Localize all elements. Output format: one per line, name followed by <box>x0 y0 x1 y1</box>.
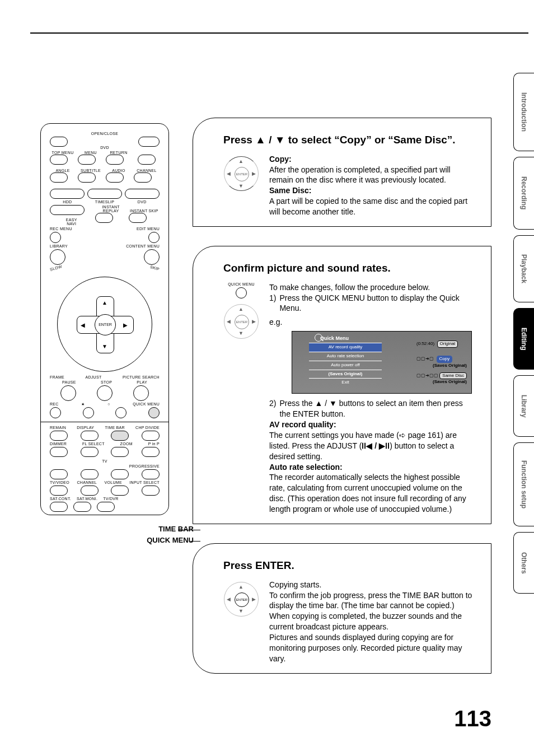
lbl-slow: SLOW <box>49 264 62 272</box>
tab-recording[interactable]: Recording <box>513 157 534 230</box>
btn-content-menu <box>144 249 160 265</box>
btn-angle <box>50 172 68 183</box>
btn-fl-select <box>81 447 99 457</box>
quick-menu-header: Quick Menu <box>315 335 349 342</box>
btn-tv-video <box>50 486 68 496</box>
btn-dimmer <box>50 447 68 457</box>
mini-dpad-5: ENTER ▲ ▼ ◀ ▶ <box>223 154 259 193</box>
btn-dvd2 <box>125 189 160 199</box>
lbl-sat-cont: SAT.CONT. <box>50 497 71 501</box>
arrow-up-icon: ▲ <box>102 299 107 307</box>
btn-hdd <box>50 189 85 199</box>
btn-pinp <box>142 447 160 457</box>
lbl-sat-moni: SAT.MONI. <box>77 497 97 501</box>
btn-return <box>106 155 124 165</box>
lbl-instant-replay: INSTANT REPLAY <box>95 205 126 213</box>
lbl-library: LIBRARY <box>50 244 68 248</box>
qm-item-saves: (Saves Original) <box>309 370 382 379</box>
btn-vol-up <box>111 469 129 479</box>
lbl-audio: AUDIO <box>106 169 132 172</box>
step7-p1: Copying starts. <box>269 580 474 590</box>
btn-power <box>138 137 160 147</box>
btn-input-select <box>142 486 160 496</box>
btn-enter: ENTER <box>95 314 116 335</box>
arrow-down-icon: ▼ <box>102 343 107 351</box>
remote-dpad: ENTER ▲ ▼ ◀ ▶ <box>57 277 152 372</box>
qm-time: (0:52:40) <box>416 341 434 346</box>
auto-label: Auto rate selection: <box>269 463 343 472</box>
tab-introduction[interactable]: Introduction <box>513 73 534 151</box>
bullet-1: 1) <box>269 293 276 314</box>
tab-library[interactable]: Library <box>513 375 534 437</box>
quick-menu-screenshot: Quick Menu AV record quality Auto rate s… <box>292 331 472 394</box>
btn-tv-dvr <box>97 502 115 512</box>
page-top-rule <box>30 32 528 34</box>
btn-tv-power <box>50 469 68 479</box>
tab-function-setup[interactable]: Function setup <box>513 442 534 526</box>
lbl-adjust: ADJUST <box>85 375 101 379</box>
qm-item-power: Auto power off <box>309 361 382 370</box>
tab-playback[interactable]: Playback <box>513 235 534 302</box>
lbl-tv-dvr: TV/DVR <box>103 497 118 501</box>
lbl-tv: TV <box>50 459 160 463</box>
btn-progressive <box>142 469 160 479</box>
qm-item-auto: Auto rate selection <box>309 352 382 361</box>
qm-saves-1: (Saves Original) <box>416 363 467 369</box>
btn-play <box>133 385 149 401</box>
btn-pause <box>60 385 76 401</box>
copy-heading: Copy: <box>269 155 292 164</box>
btn-sat-moni <box>73 502 91 512</box>
btn-chp-divide <box>142 431 160 441</box>
step-5-title: Press ▲ / ▼ to select “Copy” or “Same Di… <box>223 133 456 147</box>
tab-editing[interactable]: Editing <box>513 308 534 370</box>
qm-same-disc: Same Disc <box>439 372 467 380</box>
arrow-left-icon: ◀ <box>81 321 85 329</box>
step-5: Press ▲ / ▼ to select “Copy” or “Same Di… <box>193 118 491 227</box>
eg-label: e.g. <box>269 318 282 326</box>
lbl-pause: PAUSE <box>62 380 76 384</box>
qm-saves-2: (Saves Original) <box>416 379 467 385</box>
step-7-title: Press ENTER. <box>223 558 294 573</box>
same-disc-heading: Same Disc: <box>269 186 311 195</box>
btn-tv-ch-down <box>81 486 99 496</box>
lbl-chp-divide: CHP DIVIDE <box>135 426 160 430</box>
lbl-rec: REC <box>50 402 59 406</box>
btn-sat-cont <box>50 502 68 512</box>
lbl-subtitle: SUBTITLE <box>78 169 104 172</box>
qm-item-exit: Exit <box>309 378 382 387</box>
step-6-title: Confirm picture and sound rates. <box>223 261 391 276</box>
lbl-zoom: ZOOM <box>120 442 133 446</box>
btn-easy-navi <box>50 205 85 215</box>
tab-others[interactable]: Others <box>513 532 534 594</box>
page-number: 113 <box>454 703 491 734</box>
lbl-top-menu: TOP MENU <box>50 151 76 155</box>
step6-sub1: Press the QUICK MENU button to display t… <box>279 293 474 314</box>
btn-instant-replay <box>95 213 113 223</box>
mini-enter-5: ENTER <box>235 167 249 181</box>
step7-p2: To confirm the job progress, press the T… <box>269 590 474 633</box>
same-disc-text: A part will be copied to the same disc a… <box>269 196 474 217</box>
av-label: AV record quality: <box>269 420 336 429</box>
caption-quick-menu: QUICK MENU <box>127 535 194 545</box>
mini-quick-menu-btn <box>236 287 247 298</box>
btn-star <box>83 407 94 418</box>
lbl-hdd: HDD <box>50 200 85 204</box>
lbl-timeslip: TIMESLIP <box>87 200 123 204</box>
qm-item-av: AV record quality <box>309 343 382 352</box>
btn-stop <box>97 385 113 401</box>
caption-time-bar: TIME BAR <box>127 524 194 534</box>
btn-display <box>81 431 99 441</box>
btn-edit-menu <box>148 232 160 243</box>
bullet-2: 2) <box>269 398 276 419</box>
lbl-open-close: OPEN/CLOSE <box>50 132 160 136</box>
btn-rec-menu <box>50 232 61 243</box>
btn-timeslip <box>87 189 122 199</box>
btn-zoom <box>111 447 129 457</box>
lbl-mini-quick-menu: QUICK MENU <box>223 282 259 286</box>
lbl-dvd2: DVD <box>124 200 160 204</box>
btn-vol-down <box>111 486 129 496</box>
lbl-display: DISPLAY <box>77 426 94 430</box>
mini-enter-7: ENTER <box>235 592 249 607</box>
lbl-pinp: P in P <box>148 442 160 446</box>
qm-original: Original <box>437 340 458 348</box>
